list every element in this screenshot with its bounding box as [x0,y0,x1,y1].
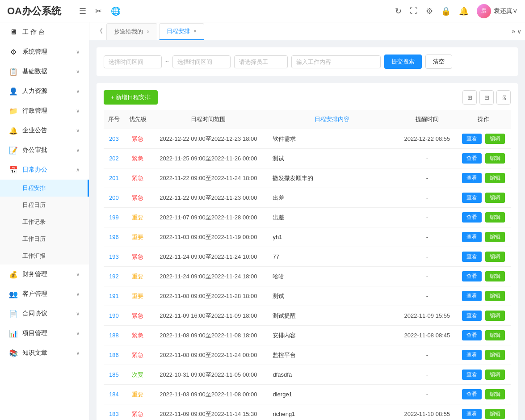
tilde-separator: ~ [165,58,169,65]
sidebar-item-approval[interactable]: 📝 办公审批 ∨ [0,140,89,160]
header-actions: ↻ ⛶ ⚙ 🔒 🔔 袁 袁还真∨ [395,4,518,18]
view-button[interactable]: 查看 [462,153,482,164]
cell-time-range: 2022-11-24 09:00至2022-11-24 10:00 [151,247,265,267]
tab-cc-close[interactable]: × [147,29,150,35]
view-button[interactable]: 查看 [462,370,482,380]
view-button[interactable]: 查看 [462,350,482,360]
cell-content: 出差 [265,208,398,227]
search-submit-button[interactable]: 提交搜索 [384,55,422,69]
edit-button[interactable]: 编辑 [485,271,505,281]
tabs-collapse-button[interactable]: 《 [93,27,106,35]
sidebar-item-project[interactable]: 📊 项目管理 ∨ [0,323,89,343]
view-button[interactable]: 查看 [462,330,482,340]
sidebar-item-workreport[interactable]: 工作汇报 [0,248,89,265]
sidebar-item-notice[interactable]: 🔔 企业公告 ∨ [0,121,89,140]
approval-icon: 📝 [9,146,18,155]
sidebar-item-workbench[interactable]: 🖥 工 作 台 [0,22,89,42]
cell-reminder: - [398,345,456,365]
sidebar-item-workcal[interactable]: 工作日历 [0,231,89,248]
sidebar-label-contract: 合同协议 [22,310,76,318]
tool-icon[interactable]: ✂ [95,6,102,16]
tab-cc[interactable]: 抄送给我的 × [106,23,157,40]
cell-time-range: 2022-11-08 09:00至2022-11-08 18:00 [151,326,265,345]
tab-schedule[interactable]: 日程安排 × [159,23,204,40]
sidebar-item-worklog[interactable]: 工作记录 [0,214,89,231]
sidebar-item-customer[interactable]: 👥 客户管理 ∨ [0,284,89,304]
content-input[interactable] [291,55,381,68]
sidebar-label-notice: 企业公告 [22,126,76,134]
cell-reminder: - [398,208,456,227]
cell-actions: 查看 编辑 [456,208,511,227]
sidebar-label-project: 项目管理 [22,329,76,337]
edit-button[interactable]: 编辑 [485,389,505,399]
edit-button[interactable]: 编辑 [485,232,505,242]
refresh-icon[interactable]: ↻ [395,6,402,16]
bell-icon[interactable]: 🔔 [459,6,469,16]
table-layout-icon[interactable]: ⊞ [462,90,477,105]
edit-button[interactable]: 编辑 [485,134,505,144]
sidebar-item-system[interactable]: ⚙ 系统管理 ∨ [0,42,89,62]
header: OA办公系统 ☰ ✂ 🌐 ↻ ⛶ ⚙ 🔒 🔔 袁 袁还真∨ [0,0,525,22]
sidebar-label-hr: 人力资源 [22,87,76,95]
globe-icon[interactable]: 🌐 [111,6,121,16]
export-icon[interactable]: ⊟ [479,90,494,105]
sidebar-item-admin[interactable]: 📁 行政管理 ∨ [0,101,89,121]
edit-button[interactable]: 编辑 [485,212,505,223]
add-schedule-button[interactable]: + 新增日程安排 [104,90,158,105]
sidebar-item-calendar[interactable]: 日程日历 [0,197,89,214]
table-row: 202 紧急 2022-11-25 09:00至2022-11-26 00:00… [104,149,511,168]
tabs-chevron-icon[interactable]: ∨ [517,28,521,35]
edit-button[interactable]: 编辑 [485,330,505,340]
edit-button[interactable]: 编辑 [485,252,505,262]
chevron-down-icon: ∨ [76,108,80,114]
edit-button[interactable]: 编辑 [485,153,505,164]
employee-select-input[interactable] [234,55,288,68]
edit-button[interactable]: 编辑 [485,409,505,419]
view-button[interactable]: 查看 [462,311,482,321]
view-button[interactable]: 查看 [462,271,482,281]
edit-button[interactable]: 编辑 [485,311,505,321]
view-button[interactable]: 查看 [462,389,482,399]
print-icon[interactable]: 🖨 [496,90,511,105]
edit-button[interactable]: 编辑 [485,193,505,203]
sidebar-item-schedule[interactable]: 日程安排 [0,180,89,197]
tab-schedule-close[interactable]: × [193,28,197,34]
sidebar-item-basic[interactable]: 📋 基础数据 ∨ [0,62,89,81]
cell-content: 哈哈 [265,267,398,286]
sidebar-item-knowledge[interactable]: 📚 知识文章 ∨ [0,343,89,363]
view-button[interactable]: 查看 [462,409,482,419]
tabs-more-icon[interactable]: » [512,28,515,35]
view-button[interactable]: 查看 [462,252,482,262]
sidebar-label-workbench: 工 作 台 [22,28,80,36]
edit-button[interactable]: 编辑 [485,350,505,360]
view-button[interactable]: 查看 [462,134,482,144]
chevron-down-icon: ∨ [76,330,80,336]
view-button[interactable]: 查看 [462,193,482,203]
col-action: 操作 [456,110,511,129]
sidebar-item-hr[interactable]: 👤 人力资源 ∨ [0,81,89,101]
lock-icon[interactable]: 🔒 [441,6,451,16]
time-range-start-input[interactable] [104,55,162,68]
chevron-up-icon: ∧ [76,167,80,173]
notice-icon: 🔔 [9,126,18,135]
cell-time-range: 2022-10-31 09:00至2022-11-05 00:00 [151,365,265,385]
settings-icon[interactable]: ⚙ [426,6,433,16]
time-range-end-input[interactable] [172,55,231,68]
edit-button[interactable]: 编辑 [485,370,505,380]
view-button[interactable]: 查看 [462,232,482,242]
edit-button[interactable]: 编辑 [485,173,505,183]
view-button[interactable]: 查看 [462,173,482,183]
view-button[interactable]: 查看 [462,212,482,223]
cell-content: 撒发撒发顺丰的 [265,168,398,188]
edit-button[interactable]: 编辑 [485,291,505,301]
sidebar-item-finance[interactable]: 💰 财务管理 ∨ [0,265,89,284]
fullscreen-icon[interactable]: ⛶ [410,6,418,16]
user-menu[interactable]: 袁 袁还真∨ [477,4,518,18]
search-clear-button[interactable]: 清空 [425,55,452,69]
sidebar-item-contract[interactable]: 📄 合同协议 ∨ [0,304,89,323]
chevron-down-icon: ∨ [76,350,80,356]
sidebar-item-daily[interactable]: 📅 日常办公 ∧ [0,160,89,180]
view-button[interactable]: 查看 [462,291,482,301]
menu-icon[interactable]: ☰ [79,6,86,16]
contract-icon: 📄 [9,309,18,318]
